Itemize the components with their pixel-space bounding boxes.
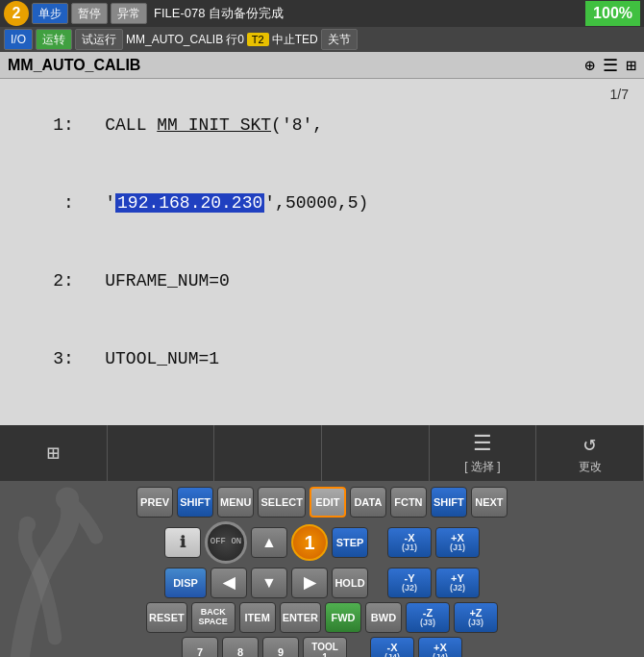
up-btn[interactable]: ▲ [251, 527, 287, 558]
kb-row-5: 7 8 9 TOOL1 -X(J4) +X(J4) [8, 637, 636, 657]
info-btn[interactable]: ℹ [164, 527, 201, 558]
zoom-icon[interactable]: ⊕ [584, 55, 595, 76]
line-code-cont: '192.168.20.230',50000,5) [105, 193, 368, 213]
step-number: 2 [4, 1, 29, 26]
bwd-btn[interactable]: BWD [365, 602, 402, 633]
line-code-2: UFRAME_NUM=0 [105, 271, 230, 291]
error-btn[interactable]: 异常 [111, 3, 147, 24]
title-icons: ⊕ ☰ ⊞ [584, 55, 636, 76]
select-btn[interactable]: SELECT [258, 487, 305, 518]
list-icon: ☰ [473, 431, 492, 457]
shift-btn-right[interactable]: SHIFT [431, 487, 467, 518]
func-cell-2[interactable] [108, 425, 215, 481]
select-label: [ 选择 ] [464, 459, 500, 475]
disp-btn[interactable]: DISP [164, 568, 207, 598]
code-line-2: 2: UFRAME_NUM=0 [12, 242, 632, 320]
file-info: FILE-078 自动备份完成 [154, 5, 284, 22]
page-title: MM_AUTO_CALIB [8, 57, 140, 74]
kb-row-1: PREV SHIFT MENU SELECT EDIT DATA FCTN SH… [8, 487, 636, 518]
num7-btn[interactable]: 7 [182, 637, 218, 657]
io-btn[interactable]: I/O [4, 29, 33, 50]
shift-btn-left[interactable]: SHIFT [177, 487, 213, 518]
data-btn[interactable]: DATA [350, 487, 386, 518]
layout-icon[interactable]: ⊞ [626, 55, 636, 76]
stop-info: 中止TED [272, 32, 318, 48]
step-number-kb: 1 [291, 524, 328, 561]
pos-y-j2-btn[interactable]: +Y(J2) [435, 568, 480, 598]
down-btn[interactable]: ▼ [251, 568, 287, 598]
prev-btn[interactable]: PREV [136, 487, 173, 518]
left-btn[interactable]: ◀ [211, 568, 247, 598]
kb-row-3: DISP ◀ ▼ ▶ HOLD -Y(J2) +Y(J2) [8, 568, 636, 598]
run-btn[interactable]: 运转 [36, 29, 72, 50]
tool1-btn[interactable]: TOOL1 [303, 637, 347, 657]
program-name: MM_AUTO_CALIB [126, 33, 223, 46]
line-num-cont: : [53, 193, 105, 213]
pos-x-j1-btn[interactable]: +X(J1) [435, 527, 480, 558]
neg-z-j3-btn[interactable]: -Z(J3) [406, 602, 450, 633]
item-btn[interactable]: ITEM [239, 602, 276, 633]
reset-btn[interactable]: RESET [146, 602, 187, 633]
keyboard-panel: PREV SHIFT MENU SELECT EDIT DATA FCTN SH… [0, 481, 644, 657]
num8-btn[interactable]: 8 [222, 637, 259, 657]
single-step-btn[interactable]: 单步 [32, 3, 68, 24]
line-num-3: 3: [53, 349, 105, 368]
title-bar: MM_AUTO_CALIB ⊕ ☰ ⊞ [0, 52, 644, 79]
next-btn[interactable]: NEXT [471, 487, 508, 518]
hold-btn[interactable]: HOLD [332, 568, 368, 598]
neg-x-j1-btn[interactable]: -X(J1) [387, 527, 432, 558]
code-display: 1/7 1: CALL MM_INIT_SKT('8', : '192.168.… [0, 79, 644, 425]
code-line-3: 3: UTOOL_NUM=1 [12, 320, 632, 398]
pause-btn[interactable]: 暂停 [71, 3, 108, 24]
fwd-btn[interactable]: FWD [325, 602, 361, 633]
kb-row-4: RESET BACKSPACE ITEM ENTER FWD BWD -Z(J3… [8, 602, 636, 633]
pos-x-j4-btn[interactable]: +X(J4) [418, 637, 462, 657]
function-bar: ⊞ ☰ [ 选择 ] ↺ 更改 [0, 425, 644, 481]
menu-btn[interactable]: MENU [217, 487, 254, 518]
num9-btn[interactable]: 9 [262, 637, 299, 657]
t2-badge: T2 [247, 33, 269, 46]
func-cell-1[interactable]: ⊞ [0, 425, 108, 481]
fctn-btn[interactable]: FCTN [390, 487, 427, 518]
refresh-icon: ↺ [583, 431, 596, 457]
code-line-cont: : '192.168.20.230',50000,5) [12, 164, 632, 242]
backspace-btn[interactable]: BACKSPACE [191, 602, 235, 633]
top-status-bar: 2 单步 暂停 异常 FILE-078 自动备份完成 100% [0, 0, 644, 27]
func-cell-4[interactable] [322, 425, 430, 481]
row-info: 行0 [226, 32, 244, 48]
neg-y-j2-btn[interactable]: -Y(J2) [387, 568, 432, 598]
code-line-1: 1: CALL MM_INIT_SKT('8', [12, 87, 632, 164]
change-label: 更改 [579, 459, 602, 475]
grid-icon: ⊞ [47, 441, 60, 467]
pos-z-j3-btn[interactable]: +Z(J3) [454, 602, 498, 633]
code-line-4: 4: PAUSE [12, 398, 632, 425]
trial-btn[interactable]: 试运行 [75, 29, 123, 50]
kb-row-2: ℹ OFF ON ▲ 1 STEP -X(J1) +X(J1) [8, 521, 636, 564]
func-cell-3[interactable] [214, 425, 322, 481]
line-num-2: 2: [53, 271, 105, 291]
menu-icon[interactable]: ☰ [603, 55, 618, 76]
second-status-bar: I/O 运转 试运行 MM_AUTO_CALIB 行0 T2 中止TED 关节 [0, 27, 644, 52]
func-cell-select[interactable]: ☰ [ 选择 ] [430, 425, 537, 481]
line-code-1: CALL MM_INIT_SKT('8', [105, 115, 323, 135]
dial-control[interactable]: OFF ON [205, 521, 247, 564]
right-btn[interactable]: ▶ [291, 568, 328, 598]
percent-display: 100% [585, 1, 640, 26]
line-code-3: UTOOL_NUM=1 [105, 349, 219, 368]
line-num-1: 1: [53, 115, 105, 135]
page-number: 1/7 [610, 87, 629, 102]
joint-btn[interactable]: 关节 [321, 29, 358, 50]
enter-btn[interactable]: ENTER [280, 602, 321, 633]
func-cell-change[interactable]: ↺ 更改 [536, 425, 644, 481]
edit-btn[interactable]: EDIT [310, 487, 346, 518]
neg-x-j4-btn[interactable]: -X(J4) [370, 637, 414, 657]
step-btn[interactable]: STEP [332, 527, 368, 558]
